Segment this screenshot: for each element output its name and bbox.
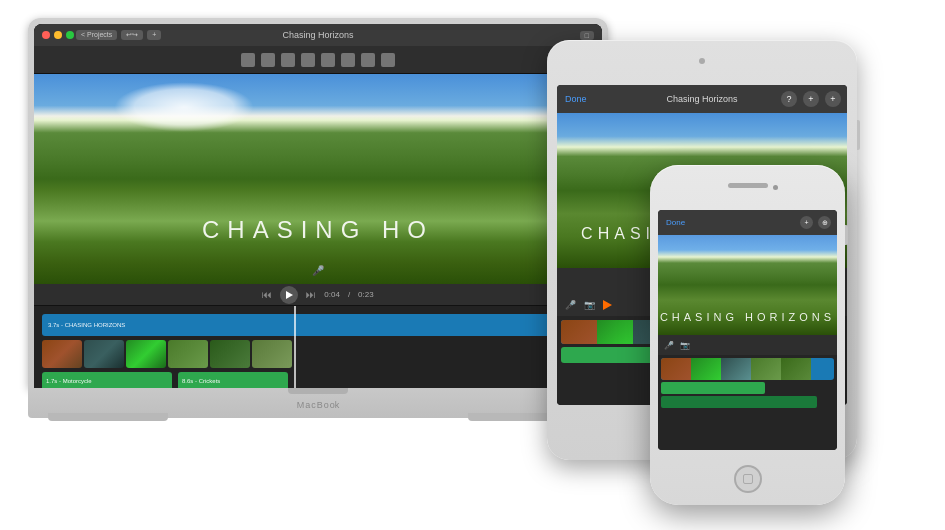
- undo-redo-button[interactable]: ↩↪: [121, 30, 143, 40]
- time-separator: /: [348, 290, 350, 299]
- audio-label-1: 1.7s - Motorcycle: [46, 378, 92, 384]
- macbook-screen-frame: < Projects ↩↪ + Chasing Horizons □: [34, 24, 602, 388]
- ipad-add-icon[interactable]: +: [803, 91, 819, 107]
- audio-track-motorcycle: 1.7s - Motorcycle: [42, 372, 172, 388]
- iphone-done-button[interactable]: Done: [666, 218, 685, 227]
- play-button[interactable]: [280, 286, 298, 304]
- iphone-speaker: [728, 183, 768, 188]
- iphone-body: Done + ⊕ CHASING HORIZONS 🎤 📷: [650, 165, 845, 505]
- minimize-button[interactable]: [54, 31, 62, 39]
- skip-back-icon[interactable]: ⏮: [262, 289, 272, 300]
- audio-track-crickets: 8.6s - Crickets: [178, 372, 288, 388]
- thumbnail-3: [126, 340, 166, 368]
- macbook-brand: MacBook: [297, 400, 340, 410]
- iphone-timeline-area: 🎤 📷: [658, 335, 837, 450]
- iphone-preview-area: CHASING HORIZONS: [658, 235, 837, 335]
- iphone-thumb-5: [781, 358, 811, 380]
- preview-clouds: [114, 82, 254, 132]
- macbook-screen: < Projects ↩↪ + Chasing Horizons □: [34, 24, 602, 388]
- volume-icon[interactable]: [321, 53, 335, 67]
- thumbnail-2: [84, 340, 124, 368]
- fullscreen-button[interactable]: □: [580, 31, 594, 40]
- timeline-tracks: 3.7s - CHASING HORIZONS: [34, 306, 602, 388]
- iphone-preview-title: CHASING HORIZONS: [658, 311, 837, 323]
- ipad-toolbar-icons: ? + +: [781, 91, 841, 107]
- iphone-audio-track-1: [661, 382, 765, 394]
- microphone-icon: 🎤: [312, 265, 324, 276]
- thumbnail-6: [252, 340, 292, 368]
- iphone-thumb-4: [751, 358, 781, 380]
- total-time: 0:23: [358, 290, 374, 299]
- thumbnail-4: [168, 340, 208, 368]
- ipad-camera-icon: 📷: [584, 300, 595, 310]
- iphone-side-button[interactable]: [845, 225, 848, 245]
- macbook-preview-area: CHASING HO 🎤: [34, 74, 602, 284]
- iphone-titlebar: Done + ⊕: [658, 210, 837, 235]
- ipad-title: Chasing Horizons: [666, 94, 737, 104]
- iphone-camera-icon: 📷: [680, 341, 690, 350]
- iphone-home-square: [743, 474, 753, 484]
- scene: < Projects ↩↪ + Chasing Horizons □: [0, 0, 945, 530]
- thumbnail-1: [42, 340, 82, 368]
- main-video-track: 3.7s - CHASING HORIZONS: [42, 314, 594, 336]
- foot-left: [48, 413, 168, 421]
- skip-forward-icon[interactable]: ⏭: [306, 289, 316, 300]
- projects-button[interactable]: < Projects: [76, 30, 117, 40]
- info-icon[interactable]: [381, 53, 395, 67]
- iphone-thumb-1: [661, 358, 691, 380]
- ipad-camera: [699, 58, 705, 64]
- iphone-home-button[interactable]: [734, 465, 762, 493]
- audio-label-2: 8.6s - Crickets: [182, 378, 220, 384]
- iphone-tl-controls: 🎤 📷: [658, 335, 837, 355]
- imovie-titlebar: < Projects ↩↪ + Chasing Horizons □: [34, 24, 602, 46]
- ipad-side-button[interactable]: [857, 120, 860, 150]
- macbook-lid: < Projects ↩↪ + Chasing Horizons □: [28, 18, 608, 388]
- iphone-add-icon[interactable]: +: [800, 216, 813, 229]
- iphone-thumb-2: [691, 358, 721, 380]
- brush-icon[interactable]: [261, 53, 275, 67]
- playhead: [294, 306, 296, 388]
- macbook-timeline-area: ⏮ ⏭ 0:04 / 0:23 3.7s - C: [34, 284, 602, 388]
- iphone-share-icon[interactable]: ⊕: [818, 216, 831, 229]
- iphone-audio-track-2: [661, 396, 817, 408]
- window-title: Chasing Horizons: [282, 30, 353, 40]
- iphone-screen: Done + ⊕ CHASING HORIZONS 🎤 📷: [658, 210, 837, 450]
- crop-icon[interactable]: [281, 53, 295, 67]
- ipad-thumb-1: [561, 320, 597, 344]
- ipad-add2-icon[interactable]: +: [825, 91, 841, 107]
- main-track-label: 3.7s - CHASING HORIZONS: [48, 322, 125, 328]
- music-icon[interactable]: [301, 53, 315, 67]
- ipad-help-icon[interactable]: ?: [781, 91, 797, 107]
- ipad-timeline-play[interactable]: [603, 300, 612, 310]
- ipad-thumb-2: [597, 320, 633, 344]
- close-button[interactable]: [42, 31, 50, 39]
- iphone: Done + ⊕ CHASING HORIZONS 🎤 📷: [650, 165, 845, 510]
- current-time: 0:04: [324, 290, 340, 299]
- add-button[interactable]: +: [147, 30, 161, 40]
- playback-controls: ⏮ ⏭ 0:04 / 0:23: [34, 284, 602, 306]
- share-icon[interactable]: [361, 53, 375, 67]
- text-icon[interactable]: [241, 53, 255, 67]
- macbook: < Projects ↩↪ + Chasing Horizons □: [28, 18, 608, 458]
- ipad-titlebar: Done Chasing Horizons ? + +: [557, 85, 847, 113]
- clock-icon[interactable]: [341, 53, 355, 67]
- iphone-tracks: [658, 355, 837, 413]
- maximize-button[interactable]: [66, 31, 74, 39]
- macbook-feet: [28, 413, 608, 435]
- iphone-main-track: [661, 358, 834, 380]
- iphone-toolbar-icons: + ⊕: [800, 216, 831, 229]
- timeline-thumbnails: [42, 340, 292, 368]
- ipad-done-button[interactable]: Done: [565, 94, 587, 104]
- ipad-mic-icon: 🎤: [565, 300, 576, 310]
- thumbnail-5: [210, 340, 250, 368]
- projects-controls[interactable]: < Projects ↩↪ +: [76, 30, 161, 40]
- window-controls: [42, 31, 74, 39]
- iphone-mic-icon: 🎤: [664, 341, 674, 350]
- iphone-thumb-3: [721, 358, 751, 380]
- iphone-camera: [773, 185, 778, 190]
- macbook-notch: [288, 388, 348, 394]
- preview-title: CHASING HO: [34, 216, 602, 244]
- imovie-toolbar: Reset All: [34, 46, 602, 74]
